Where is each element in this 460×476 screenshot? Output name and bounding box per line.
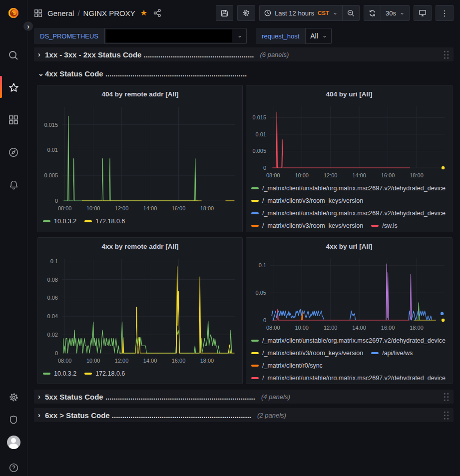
legend-item[interactable]: /_matrix/client/v3/room_keys/version bbox=[251, 347, 363, 359]
legend-item[interactable]: /_matrix/client/r0/sync bbox=[251, 359, 323, 372]
legend-series-label: /_matrix/client/v3/room_keys/version bbox=[262, 222, 363, 228]
share-icon[interactable] bbox=[153, 9, 161, 17]
row-1xx-3xx-2xx[interactable]: › 1xx - 3xx - 2xx Status Code ..........… bbox=[34, 47, 454, 61]
sidebar-item-explore[interactable] bbox=[0, 144, 27, 161]
svg-text:0.01: 0.01 bbox=[256, 131, 266, 137]
timeseries-chart[interactable]: 00.0050.010.01508:0010:0012:0014:0016:00… bbox=[43, 102, 237, 214]
legend-series-color bbox=[371, 352, 379, 354]
breadcrumb-separator: / bbox=[77, 9, 79, 17]
row-panel-count: (4 panels) bbox=[261, 393, 290, 401]
svg-text:0.005: 0.005 bbox=[44, 172, 58, 178]
legend-item[interactable]: /_matrix/client/v3/room_keys/version bbox=[251, 194, 363, 207]
panel-title[interactable]: 404 by remote addr [All] bbox=[43, 89, 237, 101]
svg-text:08:00: 08:00 bbox=[266, 325, 280, 331]
legend-series-color bbox=[371, 225, 379, 227]
refresh-button[interactable] bbox=[364, 5, 381, 21]
server-admin-shield-icon[interactable] bbox=[0, 411, 27, 428]
user-avatar[interactable] bbox=[0, 434, 27, 451]
legend-series-color bbox=[251, 365, 259, 367]
row-title: 1xx - 3xx - 2xx Status Code bbox=[45, 50, 141, 59]
sidebar-item-dashboards[interactable] bbox=[0, 111, 27, 128]
row-drag-handle[interactable] bbox=[443, 50, 450, 59]
legend-item[interactable]: 172.18.0.6 bbox=[84, 367, 125, 380]
legend-item[interactable]: /_matrix/client/unstable/org.matrix.msc2… bbox=[251, 334, 446, 347]
panel-title[interactable]: 4xx by remote addr [All] bbox=[43, 241, 237, 253]
svg-text:0: 0 bbox=[55, 350, 58, 356]
timeseries-chart[interactable]: 00.020.040.060.080.108:0010:0012:0014:00… bbox=[43, 254, 237, 366]
request-host-select[interactable]: All ⌄ bbox=[305, 28, 332, 44]
grafana-logo-icon[interactable] bbox=[6, 6, 20, 20]
legend-item[interactable]: 10.0.3.2 bbox=[43, 367, 76, 380]
sidebar-item-alerting[interactable] bbox=[0, 176, 27, 193]
dashboard-settings-button[interactable] bbox=[237, 5, 255, 21]
row-title: 5xx Status Code bbox=[45, 393, 103, 401]
active-indicator bbox=[0, 76, 2, 98]
legend-item[interactable]: /_matrix/client/v3/room_keys/version bbox=[251, 219, 363, 228]
row-title: 4xx Status Code bbox=[45, 69, 103, 78]
svg-text:0.08: 0.08 bbox=[47, 277, 58, 283]
sidebar-item-starred[interactable] bbox=[0, 79, 27, 96]
row-drag-handle[interactable] bbox=[443, 411, 450, 420]
row-drag-handle[interactable] bbox=[443, 392, 450, 402]
save-dashboard-button[interactable] bbox=[216, 5, 233, 21]
svg-text:10:00: 10:00 bbox=[86, 205, 100, 211]
variable-label-request-host[interactable]: request_host bbox=[256, 28, 305, 44]
row-title: 6xx > Status Code bbox=[45, 411, 110, 420]
row-5xx[interactable]: › 5xx Status Code ......................… bbox=[34, 390, 454, 404]
more-options-button[interactable]: ⋮ bbox=[436, 5, 454, 21]
legend-series-label: /_matrix/client/unstable/org.matrix.msc2… bbox=[262, 210, 446, 217]
dashboard-grid-icon bbox=[34, 9, 42, 17]
panel-404-by-remote-addr: 404 by remote addr [All] 00.0050.010.015… bbox=[37, 85, 243, 232]
dashboard-header: General / NGINX PROXY ★ bbox=[27, 0, 460, 26]
refresh-interval-picker[interactable]: 30s ⌄ bbox=[381, 5, 410, 21]
legend-series-color bbox=[251, 377, 259, 379]
panel-legend: 10.0.3.2172.18.0.6 bbox=[43, 215, 237, 227]
zoom-out-button[interactable] bbox=[342, 5, 360, 21]
redacted-value bbox=[106, 29, 232, 42]
svg-text:0.01: 0.01 bbox=[47, 147, 58, 153]
svg-text:14:00: 14:00 bbox=[352, 172, 366, 178]
svg-text:16:00: 16:00 bbox=[381, 325, 395, 331]
row-4xx[interactable]: ⌄ 4xx Status Code ......................… bbox=[34, 66, 454, 80]
chevron-down-icon: ⌄ bbox=[237, 34, 242, 37]
legend-series-color bbox=[43, 220, 50, 222]
cycle-view-mode-button[interactable] bbox=[414, 5, 432, 21]
legend-item[interactable]: /_matrix/client/unstable/org.matrix.msc2… bbox=[251, 182, 446, 194]
settings-gear-icon[interactable] bbox=[0, 389, 27, 406]
sidebar-expand-button[interactable]: › bbox=[22, 20, 34, 32]
legend-series-color bbox=[251, 225, 259, 227]
svg-text:18:00: 18:00 bbox=[410, 325, 424, 331]
help-icon[interactable] bbox=[0, 459, 27, 476]
legend-item[interactable]: /_matrix/client/unstable/org.matrix.msc2… bbox=[251, 207, 446, 219]
panel-title[interactable]: 404 by uri [All] bbox=[251, 89, 447, 100]
legend-series-color bbox=[251, 340, 259, 342]
svg-text:18:00: 18:00 bbox=[410, 172, 424, 178]
timeseries-chart[interactable]: 00.0050.010.01508:0010:0012:0014:0016:00… bbox=[251, 101, 447, 181]
row-6xx[interactable]: › 6xx > Status Code ....................… bbox=[34, 408, 454, 422]
legend-series-label: 10.0.3.2 bbox=[54, 218, 76, 225]
breadcrumb-folder[interactable]: General bbox=[47, 9, 74, 17]
legend-item[interactable]: /_matrix/client/unstable/org.matrix.msc2… bbox=[251, 372, 446, 380]
variable-label-ds-prometheus[interactable]: DS_PROMETHEUS bbox=[34, 28, 104, 44]
datasource-select[interactable]: ⌄ bbox=[104, 28, 247, 44]
favorite-star-icon[interactable]: ★ bbox=[140, 9, 147, 17]
legend-item[interactable]: /api/live/ws bbox=[371, 347, 413, 359]
legend-series-color bbox=[251, 212, 259, 214]
timeseries-chart[interactable]: 00.050.108:0010:0012:0014:0016:0018:00 bbox=[251, 253, 447, 333]
svg-text:16:00: 16:00 bbox=[172, 205, 186, 211]
time-range-picker[interactable]: Last 12 hours CST ⌄ bbox=[259, 5, 343, 21]
svg-text:0.04: 0.04 bbox=[47, 313, 58, 319]
legend-series-label: /_matrix/client/unstable/org.matrix.msc2… bbox=[262, 375, 446, 380]
legend-item[interactable]: 172.18.0.6 bbox=[84, 215, 125, 227]
legend-series-color bbox=[251, 187, 259, 189]
panel-title[interactable]: 4xx by uri [All] bbox=[251, 241, 447, 252]
legend-series-color bbox=[251, 200, 259, 202]
legend-series-color bbox=[84, 220, 92, 222]
svg-text:12:00: 12:00 bbox=[324, 325, 338, 331]
search-icon[interactable] bbox=[0, 47, 27, 64]
legend-series-label: 172.18.0.6 bbox=[95, 218, 125, 225]
chevron-down-icon: ⌄ bbox=[333, 11, 338, 14]
legend-item[interactable]: 10.0.3.2 bbox=[43, 215, 76, 227]
legend-item[interactable]: /sw.js bbox=[371, 219, 398, 228]
variables-bar: DS_PROMETHEUS ⌄ request_host All ⌄ bbox=[27, 26, 460, 46]
